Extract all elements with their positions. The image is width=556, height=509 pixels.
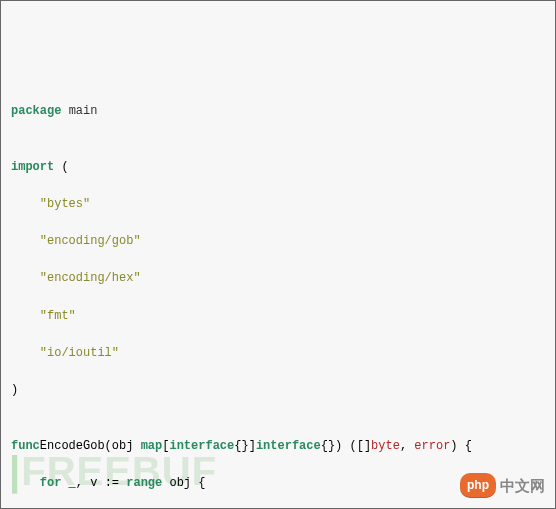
import-hex: "encoding/hex" bbox=[40, 271, 141, 285]
code-block: |FREEBUF package main import ( "bytes" "… bbox=[0, 0, 556, 509]
kw-import: import bbox=[11, 160, 54, 174]
badge-pill: php bbox=[460, 473, 496, 498]
site-badge: php 中文网 bbox=[460, 473, 545, 498]
badge-cn-text: 中文网 bbox=[500, 474, 545, 497]
import-bytes: "bytes" bbox=[40, 197, 90, 211]
kw-package: package bbox=[11, 104, 61, 118]
code-lines: package main import ( "bytes" "encoding/… bbox=[11, 83, 545, 509]
import-gob: "encoding/gob" bbox=[40, 234, 141, 248]
import-fmt: "fmt" bbox=[40, 309, 76, 323]
import-ioutil: "io/ioutil" bbox=[40, 346, 119, 360]
